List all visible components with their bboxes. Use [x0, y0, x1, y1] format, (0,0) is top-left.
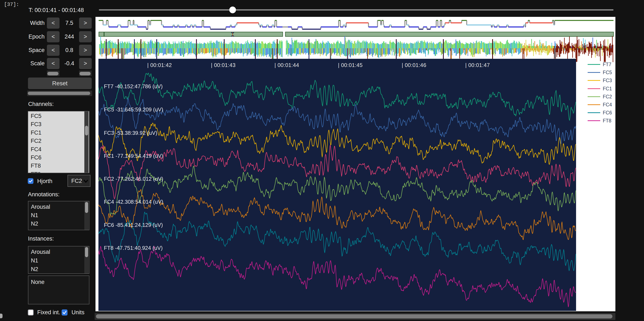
- svg-text:| 00:01:47: | 00:01:47: [465, 62, 490, 68]
- svg-text:FC6 -85.411:24.129 (uV): FC6 -85.411:24.129 (uV): [104, 222, 163, 228]
- svg-text:| 00:01:45: | 00:01:45: [338, 62, 362, 68]
- svg-text:| 00:01:43: | 00:01:43: [211, 62, 236, 68]
- svg-text:FT8 -47.751:40.924 (uV): FT8 -47.751:40.924 (uV): [104, 245, 162, 251]
- svg-text:FC2 -77.262:46.012 (uV): FC2 -77.262:46.012 (uV): [104, 176, 163, 182]
- svg-text:FC2: FC2: [603, 94, 612, 99]
- svg-text:FC4 -42.308:54.014 (uV): FC4 -42.308:54.014 (uV): [104, 199, 163, 205]
- svg-text:FC3 -53.38:39.92 (uV): FC3 -53.38:39.92 (uV): [104, 130, 157, 136]
- svg-text:| 00:01:44: | 00:01:44: [274, 62, 299, 68]
- svg-text:FC1 -77.149:54.419 (uV): FC1 -77.149:54.419 (uV): [104, 153, 163, 159]
- svg-text:FT7: FT7: [603, 62, 612, 67]
- svg-text:FC5 -31.645:59.209 (uV): FC5 -31.645:59.209 (uV): [104, 107, 163, 112]
- svg-text:FC1: FC1: [603, 86, 612, 91]
- svg-text:FC6: FC6: [603, 110, 612, 115]
- svg-text:FT7 -40.152:47.786 (uV): FT7 -40.152:47.786 (uV): [104, 83, 162, 89]
- svg-text:FC4: FC4: [603, 102, 612, 107]
- svg-text:FT8: FT8: [603, 118, 612, 123]
- svg-text:FC5: FC5: [603, 70, 612, 75]
- svg-text:FC3: FC3: [603, 78, 612, 83]
- svg-text:| 00:01:46: | 00:01:46: [402, 62, 426, 68]
- svg-text:| 00:01:42: | 00:01:42: [147, 62, 172, 68]
